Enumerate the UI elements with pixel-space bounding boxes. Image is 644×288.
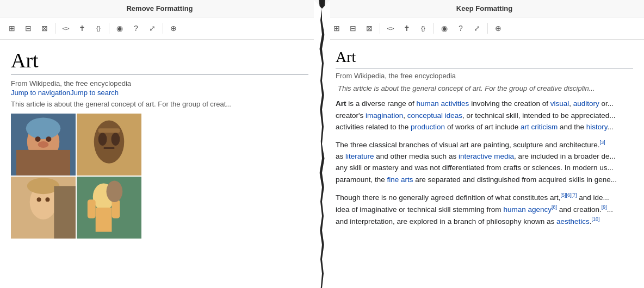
help-icon-r[interactable]: ? xyxy=(453,21,468,36)
left-from-wiki: From Wikipedia, the free encyclopedia xyxy=(11,79,308,87)
svg-point-8 xyxy=(94,120,125,163)
table-icon[interactable]: ⊞ xyxy=(4,21,20,36)
expand-icon-r[interactable]: ⤢ xyxy=(469,21,485,36)
svg-point-24 xyxy=(107,180,123,202)
table2-icon[interactable]: ⊟ xyxy=(21,21,36,36)
table3-icon-r[interactable]: ⊠ xyxy=(362,21,377,36)
left-panel-header: Remove Formatting xyxy=(0,0,319,17)
body-paragraph-2: The three classical branches of visual a… xyxy=(336,139,633,186)
body-paragraph-1: Art is a diverse range of human activiti… xyxy=(336,98,633,133)
table3-icon[interactable]: ⊠ xyxy=(37,21,52,36)
left-article-title: Art xyxy=(11,48,308,75)
right-panel: Keep Formatting ⊞ ⊟ ⊠ <> ✝ {} ◉ ? ⤢ ⊕ Ar… xyxy=(325,0,644,288)
right-hatnote: This article is about the general concep… xyxy=(336,84,633,92)
portrait-image xyxy=(11,177,76,239)
imagination-link[interactable]: imagination xyxy=(366,111,403,120)
svg-rect-12 xyxy=(98,128,120,133)
svg-point-10 xyxy=(111,133,120,146)
toolbar-divider-3 xyxy=(163,23,163,34)
eye-icon[interactable]: ◉ xyxy=(112,21,127,36)
toolbar-divider-2 xyxy=(109,23,109,34)
svg-rect-23 xyxy=(112,199,120,218)
auditory-link[interactable]: auditory xyxy=(573,99,599,108)
left-jump-links[interactable]: Jump to navigationJump to search xyxy=(11,89,308,97)
right-toolbar: ⊞ ⊟ ⊠ <> ✝ {} ◉ ? ⤢ ⊕ xyxy=(325,17,644,40)
svg-rect-6 xyxy=(16,150,70,176)
left-panel: Remove Formatting ⊞ ⊟ ⊠ <> ✝ {} ◉ ? ⤢ ⊕ … xyxy=(0,0,319,288)
svg-rect-11 xyxy=(104,147,115,149)
visual-link[interactable]: visual xyxy=(550,99,569,108)
svg-rect-18 xyxy=(54,186,76,239)
person-icon-r[interactable]: ✝ xyxy=(399,21,414,36)
art-criticism-link[interactable]: art criticism xyxy=(521,123,558,131)
svg-rect-21 xyxy=(96,208,112,232)
svg-point-3 xyxy=(35,136,41,142)
left-content-area: Art From Wikipedia, the free encyclopedi… xyxy=(0,40,319,288)
right-panel-header: Keep Formatting xyxy=(325,0,644,17)
toolbar-divider-r1 xyxy=(380,23,380,34)
right-article-body: Art is a diverse range of human activiti… xyxy=(336,98,633,227)
code-icon[interactable]: <> xyxy=(58,21,73,36)
literature-link[interactable]: literature xyxy=(345,152,374,160)
plus-icon-r[interactable]: ⊕ xyxy=(491,21,506,36)
toolbar-divider-r3 xyxy=(487,23,488,34)
fine-arts-link[interactable]: fine arts xyxy=(387,176,413,184)
svg-rect-22 xyxy=(88,199,96,218)
article-image-grid xyxy=(11,114,141,239)
help-icon[interactable]: ? xyxy=(128,21,144,36)
person-icon[interactable]: ✝ xyxy=(75,21,90,36)
history-link[interactable]: history xyxy=(586,123,608,131)
aesthetics-link[interactable]: aesthetics xyxy=(556,217,590,225)
human-agency-link[interactable]: human agency xyxy=(503,205,552,213)
expand-icon[interactable]: ⤢ xyxy=(145,21,160,36)
svg-point-4 xyxy=(46,136,51,142)
table2-icon-r[interactable]: ⊟ xyxy=(345,21,361,36)
toolbar-divider-1 xyxy=(55,23,55,34)
production-link[interactable]: production xyxy=(411,123,445,131)
braces-icon[interactable]: {} xyxy=(91,21,106,36)
code-icon-r[interactable]: <> xyxy=(383,21,398,36)
toolbar-divider-r2 xyxy=(434,23,434,34)
svg-point-9 xyxy=(98,133,107,146)
conceptual-link[interactable]: conceptual ideas xyxy=(407,111,462,120)
svg-point-2 xyxy=(26,117,60,139)
interactive-media-link[interactable]: interactive media xyxy=(459,152,514,160)
right-from-wiki: From Wikipedia, the free encyclopedia xyxy=(336,72,633,80)
left-toolbar: ⊞ ⊟ ⊠ <> ✝ {} ◉ ? ⤢ ⊕ xyxy=(0,17,319,40)
torn-divider xyxy=(314,0,330,288)
mask-image xyxy=(77,114,141,176)
abstract-image xyxy=(77,177,141,239)
table-icon-r[interactable]: ⊞ xyxy=(329,21,344,36)
eye-icon-r[interactable]: ◉ xyxy=(437,21,452,36)
svg-point-5 xyxy=(38,141,49,148)
human-activities-link[interactable]: human activities xyxy=(417,99,469,108)
braces-icon-r[interactable]: {} xyxy=(416,21,431,36)
svg-point-16 xyxy=(37,197,41,202)
right-article-title: Art xyxy=(336,48,633,68)
left-about-text: This article is about the general concep… xyxy=(11,100,308,108)
svg-point-17 xyxy=(45,197,49,202)
right-content-area: Art From Wikipedia, the free encyclopedi… xyxy=(325,40,644,288)
plus-icon[interactable]: ⊕ xyxy=(166,21,181,36)
body-paragraph-3: Though there is no generally agreed defi… xyxy=(336,191,633,227)
vangogh-image xyxy=(11,114,76,176)
